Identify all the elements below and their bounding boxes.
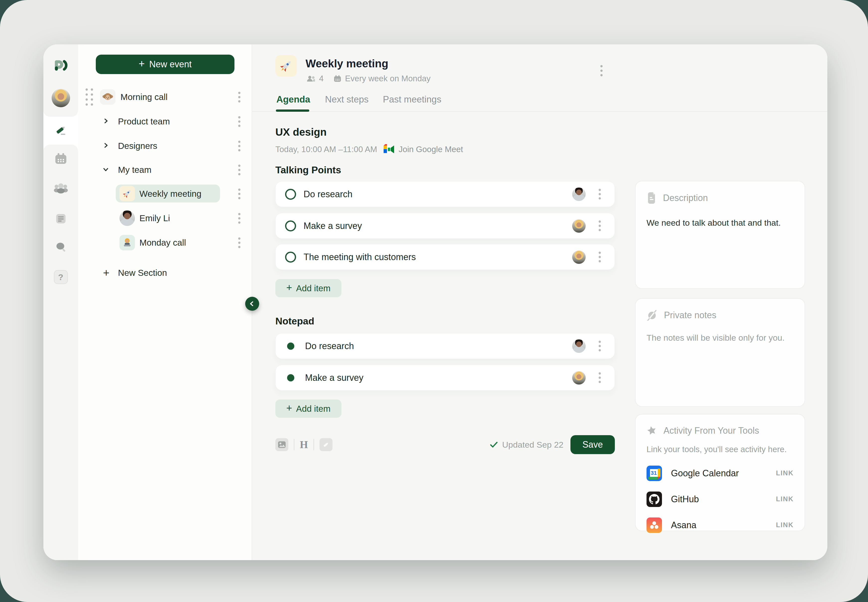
talking-point-label: Make a survey bbox=[304, 221, 362, 231]
app-window: ? + New event Morning call bbox=[43, 45, 827, 560]
heading-format-button[interactable]: H bbox=[300, 439, 308, 451]
add-notepad-item-button[interactable]: + Add item bbox=[275, 399, 341, 418]
member-avatar bbox=[120, 210, 135, 226]
talking-point-row[interactable]: Make a survey bbox=[275, 213, 615, 239]
save-button[interactable]: Save bbox=[570, 435, 615, 454]
updated-status: Updated Sep 22 bbox=[502, 440, 564, 450]
talking-point-row[interactable]: Do research bbox=[275, 181, 615, 207]
sidebar-item-my-team[interactable]: My team bbox=[78, 160, 252, 180]
sidebar-item-designers[interactable]: Designers bbox=[78, 136, 252, 156]
private-notes-body[interactable]: The notes will be visible only for you. bbox=[647, 332, 794, 344]
activity-subtitle: Link your tools, you'll see activity her… bbox=[647, 444, 794, 455]
sidebar-item-product-team[interactable]: Product team bbox=[78, 112, 252, 131]
notepad-row[interactable]: Make a survey bbox=[275, 365, 615, 390]
todo-circle-checkbox[interactable] bbox=[285, 189, 296, 200]
item-menu-icon[interactable] bbox=[234, 234, 244, 251]
assignee-avatar[interactable] bbox=[572, 371, 586, 384]
notes-pencil-icon[interactable] bbox=[54, 123, 68, 137]
recurrence-calendar-icon bbox=[333, 75, 341, 83]
sidebar-item-label: Product team bbox=[118, 117, 170, 126]
item-menu-icon[interactable] bbox=[234, 89, 244, 105]
activity-title: Activity From Your Tools bbox=[664, 425, 759, 436]
todo-circle-checkbox[interactable] bbox=[285, 252, 296, 263]
description-body[interactable]: We need to talk about that and that. bbox=[647, 217, 794, 229]
chevron-left-icon bbox=[249, 301, 255, 307]
draw-pencil-button[interactable] bbox=[320, 438, 332, 451]
sidebar-item-label: Emily Li bbox=[140, 213, 170, 223]
row-menu-icon[interactable] bbox=[595, 218, 605, 234]
talking-points-heading: Talking Points bbox=[275, 164, 341, 175]
toolbar-divider bbox=[313, 439, 314, 450]
technologist-emoji-icon bbox=[120, 235, 135, 250]
active-tab-underline bbox=[276, 109, 309, 112]
sidebar-item-morning-call[interactable]: Morning call bbox=[78, 87, 252, 107]
assignee-avatar[interactable] bbox=[572, 339, 586, 353]
todo-circle-checkbox[interactable] bbox=[285, 220, 296, 232]
item-menu-icon[interactable] bbox=[234, 161, 244, 178]
item-menu-icon[interactable] bbox=[234, 138, 244, 154]
meeting-menu-icon[interactable] bbox=[596, 62, 606, 79]
plus-icon: + bbox=[286, 402, 292, 414]
link-asana-button[interactable]: LINK bbox=[776, 521, 794, 529]
assignee-avatar[interactable] bbox=[572, 250, 586, 264]
app-logo-icon bbox=[53, 58, 69, 72]
assignee-avatar[interactable] bbox=[572, 219, 586, 233]
pencil-icon bbox=[322, 441, 330, 448]
chevron-down-icon[interactable] bbox=[103, 166, 109, 174]
notepad-row[interactable]: Do research bbox=[275, 333, 615, 359]
sidebar-item-monday-call[interactable]: Monday call bbox=[78, 233, 252, 252]
row-menu-icon[interactable] bbox=[595, 338, 605, 354]
description-card: Description We need to talk about that a… bbox=[635, 181, 805, 289]
item-menu-icon[interactable] bbox=[234, 210, 244, 226]
new-event-button[interactable]: + New event bbox=[96, 55, 235, 74]
session-title: UX design bbox=[275, 126, 327, 138]
new-section-button[interactable]: + New Section bbox=[78, 265, 252, 281]
help-icon[interactable]: ? bbox=[54, 270, 68, 284]
link-google-calendar-button[interactable]: LINK bbox=[776, 469, 794, 477]
item-menu-icon[interactable] bbox=[234, 113, 244, 130]
monkey-emoji-icon bbox=[100, 89, 115, 105]
tool-name: Google Calendar bbox=[671, 468, 776, 479]
user-avatar[interactable] bbox=[52, 89, 70, 107]
activity-card: Activity From Your Tools Link your tools… bbox=[635, 414, 805, 531]
drag-handle-icon[interactable] bbox=[86, 89, 93, 106]
row-menu-icon[interactable] bbox=[595, 370, 605, 386]
tab-past-meetings[interactable]: Past meetings bbox=[383, 94, 441, 105]
chevron-right-icon[interactable] bbox=[103, 142, 109, 150]
add-talking-point-button[interactable]: + Add item bbox=[275, 279, 341, 297]
assignee-avatar[interactable] bbox=[572, 187, 586, 201]
session-meta: Today, 10:00 AM –11:00 AM Join Google Me… bbox=[275, 144, 463, 155]
notepad-heading: Notepad bbox=[275, 316, 314, 327]
chevron-right-icon[interactable] bbox=[103, 118, 109, 125]
notepad-item-label: Do research bbox=[305, 341, 354, 352]
sidebar-collapse-button[interactable] bbox=[245, 297, 259, 311]
row-menu-icon[interactable] bbox=[595, 249, 605, 265]
tab-next-steps[interactable]: Next steps bbox=[325, 94, 369, 105]
bullet-dot-icon bbox=[287, 374, 294, 381]
sidebar-item-emily-li[interactable]: Emily Li bbox=[78, 209, 252, 228]
tool-row-github: GitHub LINK bbox=[647, 491, 794, 507]
sidebar-item-weekly-meeting[interactable]: Weekly meeting bbox=[78, 184, 252, 203]
documents-icon[interactable] bbox=[55, 212, 67, 225]
meeting-meta: 4 Every week on Monday bbox=[307, 74, 430, 83]
join-google-meet-link[interactable]: Join Google Meet bbox=[384, 144, 463, 155]
calendar-icon[interactable] bbox=[54, 153, 68, 164]
row-menu-icon[interactable] bbox=[595, 186, 605, 203]
saved-check-icon bbox=[490, 441, 498, 449]
sidebar-item-label: Weekly meeting bbox=[140, 189, 201, 199]
talking-point-row[interactable]: The meeting with customers bbox=[275, 244, 615, 270]
link-github-button[interactable]: LINK bbox=[776, 495, 794, 503]
icon-rail: ? bbox=[43, 45, 78, 560]
tool-name: GitHub bbox=[671, 494, 776, 504]
page-title: Weekly meeting bbox=[306, 57, 388, 70]
session-time: Today, 10:00 AM –11:00 AM bbox=[275, 144, 377, 154]
item-menu-icon[interactable] bbox=[234, 186, 244, 202]
tab-agenda[interactable]: Agenda bbox=[277, 94, 310, 105]
tool-row-asana: Asana LINK bbox=[647, 518, 794, 533]
team-people-icon[interactable] bbox=[54, 183, 68, 194]
private-notes-title: Private notes bbox=[664, 310, 716, 321]
search-icon[interactable] bbox=[55, 241, 67, 253]
toolbar-divider bbox=[294, 439, 294, 450]
insert-image-button[interactable] bbox=[275, 438, 288, 451]
plus-icon: + bbox=[139, 58, 145, 70]
